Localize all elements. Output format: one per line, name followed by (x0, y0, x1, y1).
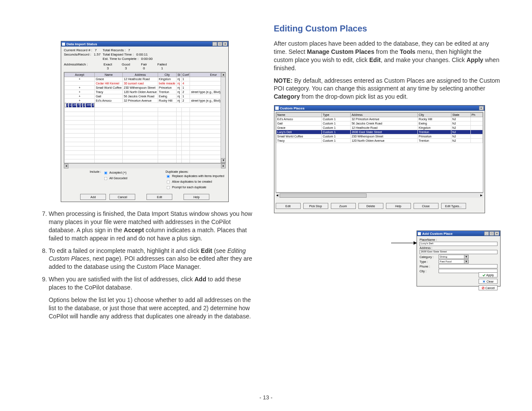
category-select[interactable]: Dining ▼ (439, 255, 469, 259)
minimize-button[interactable]: _ (484, 231, 489, 236)
cp-edit-button[interactable]: Edit (276, 203, 301, 209)
table-row[interactable]: TracyCustom 1120 North Olden AvenueTrent… (276, 139, 482, 143)
cp-delete-button[interactable]: Delete (358, 203, 383, 209)
table-row[interactable]: GraceCustom 112 Heathcote RoadKingstonNJ (276, 126, 482, 130)
col-address[interactable]: Address (123, 73, 158, 77)
maximize-button[interactable]: □ (489, 231, 494, 236)
close-button[interactable]: × (479, 106, 484, 110)
col-city[interactable]: City (418, 113, 451, 117)
address-match-label: AddressMatch : (64, 62, 98, 70)
scroll-thumb[interactable] (280, 193, 367, 198)
add-button[interactable]: Add (80, 194, 106, 200)
table-row[interactable]: Small World CoffeeCustom 1230 Witherspoo… (276, 134, 482, 139)
col-accept[interactable]: Accept (65, 73, 95, 77)
table-row[interactable]: +Small World Coffee230 Witherspoon Stree… (65, 86, 226, 90)
vertical-scrollbar[interactable]: ▲ ▼ (221, 72, 225, 163)
include-all-radio[interactable]: All Geocoded (103, 176, 128, 181)
col-state[interactable]: State (451, 113, 471, 117)
placename-input[interactable]: Lucy's Deli (420, 242, 498, 246)
city-label: City : (420, 270, 438, 273)
col-conf[interactable]: Conf (181, 73, 190, 77)
dup-replace-radio[interactable]: Replace duplicates with items imported (165, 174, 226, 179)
duplicate-group: Duplicate places: Replace duplicates wit… (165, 170, 226, 190)
acp-title: Add Custom Place (422, 232, 453, 236)
table-row (65, 142, 226, 146)
scroll-left-icon[interactable]: ◄ (64, 164, 68, 168)
type-select[interactable]: Fast Food ▼ (439, 259, 469, 264)
table-row[interactable]: Ed's AmocoCustom 132 Princeton AvenueRoc… (276, 117, 482, 121)
close-button[interactable]: × (223, 42, 227, 46)
phone-label: Phone : (420, 265, 438, 268)
help-button[interactable]: Help (184, 194, 209, 200)
table-row (276, 174, 482, 178)
chevron-down-icon: ▼ (464, 260, 468, 263)
close-button[interactable]: × (495, 231, 499, 236)
include-accepted-radio[interactable]: Accepted (+) (103, 170, 128, 176)
col-name[interactable]: Name (276, 113, 322, 117)
minimize-button[interactable]: _ (212, 42, 217, 46)
col-ph[interactable]: Ph (470, 113, 482, 117)
cp-horizontal-scrollbar[interactable]: ◄ ► (276, 193, 483, 198)
table-row[interactable]: +Gail56 Jacobs Creek RoadEwingnj156 J. (65, 94, 226, 99)
table-row (65, 138, 226, 142)
col-city[interactable]: City (158, 73, 176, 77)
phone-input[interactable] (439, 264, 498, 268)
edit-button[interactable]: Edit (146, 194, 172, 200)
col-name[interactable]: Name (95, 73, 123, 77)
window-title: Data Import Status (66, 42, 97, 46)
step-7: When processing is finished, the Data Im… (49, 210, 258, 243)
cancel-button[interactable]: Cancel (479, 285, 498, 290)
cp-titlebar: Custom Places × (274, 106, 485, 111)
horizontal-scrollbar[interactable]: ◄ ► (64, 163, 226, 168)
cp-pickstop-button[interactable]: Pick Stop (303, 203, 328, 209)
instruction-list: When processing is finished, the Data Im… (31, 210, 258, 321)
table-row[interactable]: +Tracy120 North Olden AvenueTrentonnj2st… (65, 90, 226, 94)
table-row (65, 151, 226, 155)
seconds-record-label: Seconds/Record : (64, 53, 91, 56)
cp-grid[interactable]: NameTypeAddressCityStatePh Ed's AmocoCus… (276, 112, 483, 193)
data-import-status-window: Data Import Status _ □ × Current Record … (61, 41, 229, 202)
scroll-right-icon[interactable]: ► (480, 193, 483, 197)
table-row[interactable]: Cedar Hill Kennel30 sunset roadbelle mea… (65, 81, 226, 86)
dup-prompt-radio[interactable]: Prompt for each duplicate (165, 185, 226, 190)
table-row (276, 147, 482, 151)
cp-edittypes-button[interactable]: Edit Types... (441, 203, 466, 209)
table-row (65, 108, 226, 112)
address-input[interactable]: 2600 East State Street (420, 250, 498, 254)
scroll-right-icon[interactable]: ► (221, 164, 226, 168)
cp-zoom-button[interactable]: Zoom (331, 203, 356, 209)
cp-help-button[interactable]: Help (386, 203, 411, 209)
no-icon (482, 286, 485, 290)
import-grid[interactable]: AcceptNameAddressCityStConfError +Grace1… (64, 72, 226, 163)
para-note: NOTE: By default, addresses entered as C… (274, 77, 501, 101)
col-st[interactable]: St (176, 73, 181, 77)
table-row[interactable]: +Ed's Amoco32 Princeton AvenueRocky Hill… (65, 99, 226, 103)
am-val-fair: 0 (135, 66, 152, 70)
address-label: Address : (420, 246, 432, 249)
step-9-options: Options below the list let you 1) choose… (49, 296, 258, 321)
apply-button[interactable]: Apply (479, 272, 498, 277)
scroll-left-icon[interactable]: ◄ (276, 193, 279, 197)
cancel-button[interactable]: Cancel (109, 194, 135, 200)
table-row[interactable]: GailCustom 156 Jacobs Creek RoadEwingNJ (276, 121, 482, 126)
col-type[interactable]: Type (322, 113, 351, 117)
table-row (276, 162, 482, 166)
cp-title: Custom Places (280, 106, 305, 110)
table-row (276, 170, 482, 174)
col-address[interactable]: Address (351, 113, 418, 117)
table-row[interactable]: Lucy's DeliCustom 12600 East State Stree… (276, 130, 482, 134)
maximize-button[interactable]: □ (218, 42, 222, 46)
x-icon (482, 280, 485, 283)
table-row[interactable]: +Lucy's Deli2600 East State StreetTrento… (65, 103, 95, 107)
dup-allow-radio[interactable]: Allow duplicates to be created (165, 179, 226, 185)
app-icon (62, 43, 65, 46)
svg-line-5 (482, 287, 484, 289)
table-row[interactable]: +Grace12 Heathcote RoadKingstonnj112 H (65, 77, 226, 81)
cp-close-button[interactable]: Close (414, 203, 439, 209)
svg-marker-1 (414, 241, 417, 245)
clear-button[interactable]: Clear (479, 279, 498, 284)
scroll-up-icon[interactable]: ▲ (221, 72, 226, 77)
am-col-failed: Failed (153, 62, 171, 66)
table-row (65, 134, 226, 138)
scroll-down-icon[interactable]: ▼ (221, 158, 226, 163)
